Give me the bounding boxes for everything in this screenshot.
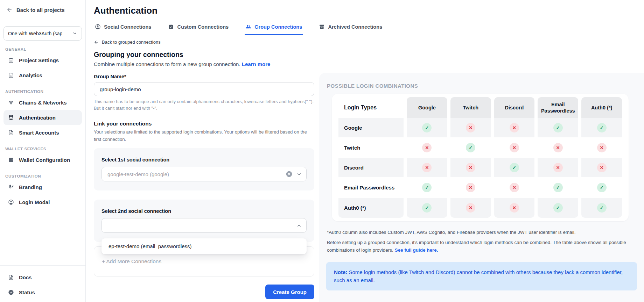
clipboard-icon <box>8 57 14 63</box>
users-icon <box>245 24 251 30</box>
user-circle-icon <box>95 24 101 30</box>
sidebar-item-smart-accounts[interactable]: Smart Accounts <box>4 125 82 140</box>
content-row: Back to grouped connections Grouping you… <box>86 35 644 302</box>
file-icon <box>8 274 14 280</box>
check-icon: ✓ <box>422 123 432 132</box>
tab-custom-connections[interactable]: Custom Connections <box>167 23 229 35</box>
connection-dropdown: ep-test-demo (email_passwordless) <box>102 238 307 254</box>
table-row-twitch: Twitch✕✓✕✕✕ <box>338 138 622 158</box>
learn-more-link[interactable]: Learn more <box>242 61 271 67</box>
combination-cell: ✓ <box>407 118 447 138</box>
select-second-input[interactable] <box>102 218 307 233</box>
combination-cell: ✕ <box>450 118 491 138</box>
sidebar-item-branding[interactable]: Branding <box>4 180 82 195</box>
clear-selection-icon[interactable] <box>286 171 293 178</box>
cross-icon: ✕ <box>553 143 563 152</box>
group-name-input[interactable] <box>94 82 314 96</box>
back-to-grouped-label: Back to grouped connections <box>102 39 161 45</box>
group-name-help: This name has to be unique and can only … <box>94 99 314 112</box>
sidebar-footer-status[interactable]: Status <box>4 285 82 300</box>
arrow-left-icon <box>6 7 13 13</box>
login-combinations-panel: POSSIBLE LOGIN COMBINATIONS Login TypesG… <box>319 73 644 302</box>
check-icon: ✓ <box>597 203 607 213</box>
tab-bar: Social ConnectionsCustom ConnectionsGrou… <box>86 23 644 35</box>
section-label-wallet-services: WALLET SERVICES <box>5 147 82 151</box>
combination-cell: ✓ <box>581 118 622 138</box>
column-header-twitch: Twitch <box>450 97 491 118</box>
project-selector[interactable]: One with Web3Auth (sap <box>4 26 82 41</box>
select-second-connection-card: Select 2nd social connection ep-test-dem… <box>94 200 314 242</box>
combination-cell: ✓ <box>581 178 622 198</box>
table-row-auth0: Auth0 (*)✓✕✕✓✓ <box>338 198 622 218</box>
combination-cell: ✕ <box>407 158 447 178</box>
tab-group-connections[interactable]: Group Connections <box>245 23 303 35</box>
panel-title: POSSIBLE LOGIN COMBINATIONS <box>327 83 637 89</box>
check-icon: ✓ <box>553 123 563 132</box>
section-label-customization: CUSTOMIZATION <box>5 174 82 178</box>
sidebar-item-authentication[interactable]: Authentication <box>4 110 82 125</box>
login-type-label: Auth0 (*) <box>338 198 404 218</box>
combination-cell: ✓ <box>407 178 447 198</box>
back-to-projects-link[interactable]: Back to all projects <box>0 0 85 19</box>
combination-cell: ✕ <box>407 138 447 158</box>
combination-cell: ✓ <box>450 138 491 158</box>
tab-archived-connections[interactable]: Archived Connections <box>318 23 383 35</box>
sidebar-footer-docs[interactable]: Docs <box>4 270 82 285</box>
select-first-connection-card: Select 1st social connection <box>94 148 314 190</box>
tab-social-connections[interactable]: Social Connections <box>94 23 152 35</box>
sidebar: Back to all projects One with Web3Auth (… <box>0 0 86 302</box>
sidebar-item-chains-networks[interactable]: Chains & Networks <box>4 95 82 110</box>
select-first-input[interactable] <box>102 167 307 181</box>
user-circle-icon <box>8 199 14 205</box>
cross-icon: ✕ <box>466 123 475 132</box>
check-icon: ✓ <box>553 203 563 213</box>
app-root: { "sidebar": { "back_label": "Back to al… <box>0 0 644 302</box>
sidebar-item-login-modal[interactable]: Login Modal <box>4 195 82 210</box>
combination-cell: ✕ <box>538 138 578 158</box>
select-first-label: Select 1st social connection <box>102 157 307 163</box>
auth0-footnote: *Auth0 column also includes Custom JWT, … <box>327 230 637 235</box>
arrow-left-icon <box>94 40 99 45</box>
combination-cell: ✕ <box>538 158 578 178</box>
login-type-label: Twitch <box>338 138 404 158</box>
dropdown-option-ep-test-demo[interactable]: ep-test-demo (email_passwordless) <box>102 238 307 254</box>
chevron-down-icon[interactable] <box>296 172 302 177</box>
group-connection-form: Back to grouped connections Grouping you… <box>86 35 314 302</box>
login-type-label: Google <box>338 118 404 138</box>
sidebar-nav: GENERALProject SettingsAnalyticsAUTHENTI… <box>0 47 85 210</box>
combination-cell: ✕ <box>581 158 622 178</box>
column-header-google: Google <box>407 97 447 118</box>
full-guide-link[interactable]: See full guide here. <box>395 247 438 253</box>
cross-icon: ✕ <box>510 203 519 213</box>
combination-cell: ✕ <box>450 198 491 218</box>
combination-cell: ✕ <box>581 138 622 158</box>
select-second-label: Select 2nd social connection <box>102 208 307 214</box>
column-header-discord: Discord <box>494 97 535 118</box>
analytics-icon <box>8 72 14 78</box>
database-icon <box>8 115 14 121</box>
section-label-authentication: AUTHENTICATION <box>5 89 82 94</box>
link-connections-help: Your selections are limited to the suppo… <box>94 129 314 143</box>
combination-cell: ✕ <box>494 198 535 218</box>
sidebar-item-analytics[interactable]: Analytics <box>4 68 82 83</box>
chevron-down-icon <box>72 31 77 36</box>
combination-cell: ✓ <box>538 198 578 218</box>
back-to-grouped-link[interactable]: Back to grouped connections <box>94 39 314 45</box>
sidebar-item-project-settings[interactable]: Project Settings <box>4 53 82 68</box>
check-icon: ✓ <box>422 183 432 192</box>
cross-icon: ✕ <box>510 123 519 132</box>
cross-icon: ✕ <box>597 143 607 152</box>
column-header-email-passwordless: Email Passwordless <box>538 97 578 118</box>
combinations-table: Login TypesGoogleTwitchDiscordEmail Pass… <box>335 97 625 218</box>
brush-icon <box>8 184 14 190</box>
combination-cell: ✓ <box>407 198 447 218</box>
create-group-button[interactable]: Create Group <box>265 285 314 299</box>
sidebar-item-wallet-configuration[interactable]: Wallet Configuration <box>4 152 82 167</box>
combination-cell: ✕ <box>494 118 535 138</box>
cross-icon: ✕ <box>422 143 432 152</box>
check-icon: ✓ <box>553 183 563 192</box>
group-name-label: Group Name* <box>94 74 314 79</box>
sidebar-divider <box>0 19 85 19</box>
section-label-general: GENERAL <box>5 47 82 51</box>
chevron-up-icon[interactable] <box>296 223 302 228</box>
